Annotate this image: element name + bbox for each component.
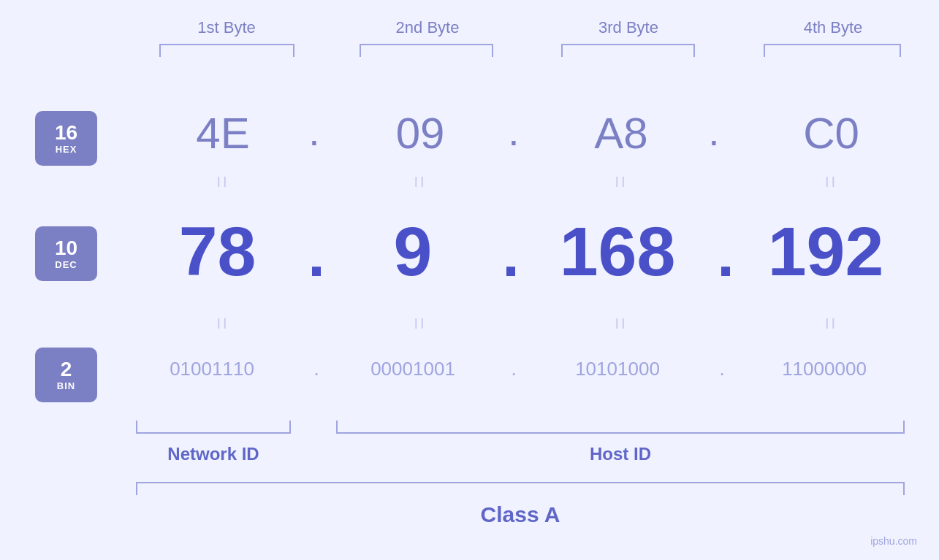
eq-sign-dec-bin-1: II [153, 315, 292, 332]
header-bracket-1 [159, 44, 294, 57]
watermark: ipshu.com [870, 535, 917, 547]
byte-header-3: 3rd Byte [559, 18, 698, 37]
hex-badge-label: HEX [56, 144, 77, 155]
network-id-bracket [136, 421, 291, 434]
hex-val-1: 4E [153, 108, 292, 158]
eq-sign-hex-dec-2: II [351, 174, 490, 191]
hex-val-3: A8 [552, 108, 691, 158]
eq-sign-dec-bin-4: II [756, 315, 906, 332]
bin-val-2: 00001001 [332, 358, 493, 380]
hex-badge-number: 16 [55, 122, 77, 145]
eq-sign-dec-bin-2: II [351, 315, 490, 332]
dec-val-3: 168 [526, 212, 709, 291]
byte-header-2: 2nd Byte [358, 18, 497, 37]
eq-sign-hex-dec-4: II [756, 174, 906, 191]
hex-val-4: C0 [756, 108, 906, 158]
page-layout: 1st Byte 2nd Byte 3rd Byte 4th Byte 16 H… [0, 0, 939, 560]
header-bracket-4 [764, 44, 901, 57]
hex-badge: 16 HEX [35, 111, 97, 166]
bin-dot-3: . [707, 358, 737, 380]
eq-sign-dec-bin-3: II [552, 315, 691, 332]
dec-val-4: 192 [738, 212, 913, 291]
dec-val-2: 9 [336, 212, 490, 291]
bin-dot-2: . [499, 358, 528, 380]
host-id-bracket [336, 421, 905, 434]
bin-badge-number: 2 [61, 358, 72, 381]
bin-badge: 2 BIN [35, 348, 97, 402]
bin-val-3: 10101000 [533, 358, 702, 380]
bin-val-1: 01001110 [128, 358, 296, 380]
dec-dot-1: . [298, 219, 335, 291]
dec-val-1: 78 [135, 212, 300, 291]
byte-header-1: 1st Byte [157, 18, 296, 37]
dec-badge-label: DEC [55, 259, 77, 270]
hex-dot-3: . [696, 108, 732, 155]
header-bracket-2 [360, 44, 493, 57]
host-id-label: Host ID [336, 444, 905, 464]
byte-header-4: 4th Byte [764, 18, 902, 37]
hex-dot-1: . [296, 108, 332, 155]
hex-val-2: 09 [351, 108, 490, 158]
class-a-bracket [136, 482, 905, 495]
hex-dot-2: . [495, 108, 532, 155]
eq-sign-hex-dec-3: II [552, 174, 691, 191]
bin-badge-label: BIN [57, 380, 75, 391]
bin-val-4: 11000000 [737, 358, 912, 380]
dec-badge-number: 10 [55, 237, 77, 260]
header-bracket-3 [561, 44, 695, 57]
network-id-label: Network ID [136, 444, 291, 464]
bin-dot-1: . [302, 358, 331, 380]
eq-sign-hex-dec-1: II [153, 174, 292, 191]
class-a-label: Class A [136, 502, 905, 527]
dec-dot-2: . [493, 219, 529, 291]
dec-badge: 10 DEC [35, 226, 97, 281]
